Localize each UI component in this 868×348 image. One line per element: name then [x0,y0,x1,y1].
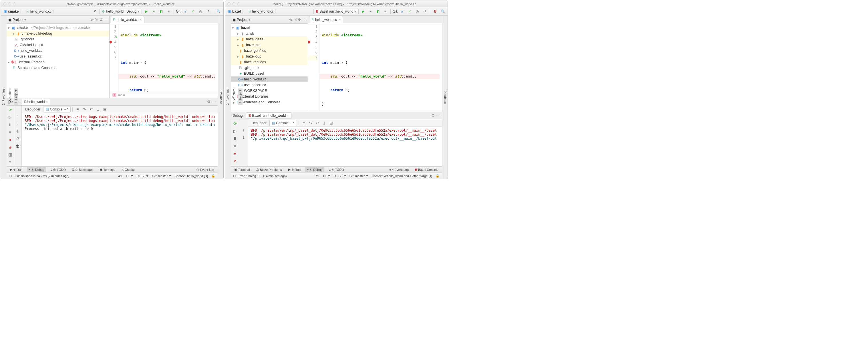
editor-tab[interactable]: ⎘ hello_world.cc × [111,16,145,23]
stop-icon[interactable]: ■ [232,143,238,149]
locate-icon[interactable]: ⊕ [289,18,292,22]
blaze-problems-tab[interactable]: ⚠ Blaze Problems [254,167,284,172]
step-over-icon[interactable]: ≡ [301,120,307,126]
export-icon[interactable]: ⤓ [14,128,21,134]
external-libs[interactable]: ▸ �⸾ External Libraries [7,59,109,65]
run-tab[interactable]: ▶ 4: Run [286,167,302,172]
run-to-cursor-icon[interactable]: ⤓ [95,106,101,113]
lock-icon[interactable]: 🔒 [436,174,440,178]
up-icon[interactable]: ↑ [14,113,21,119]
gear-icon[interactable]: ⚙ [99,18,103,22]
status-icon[interactable]: ▢ [9,174,12,178]
tree-item[interactable]: ▮bazel-testlogs [231,59,308,65]
event-log-tab[interactable]: ● 4 Event Log [388,167,410,172]
editor-tab[interactable]: ⎘ hello_world.cc × [309,16,343,23]
rail-favorites[interactable]: 2: Favorites [1,87,6,107]
coverage-button[interactable]: ◧ [158,8,164,14]
git-history-button[interactable]: ◷ [197,8,204,14]
gear-icon[interactable]: ⚙ [298,18,301,22]
tree-root[interactable]: ▾ ▣ bazel [231,25,308,31]
status-icon[interactable]: ▢ [233,174,236,178]
debug-tab[interactable]: ⌁ 5: Debug [305,167,324,172]
locate-icon[interactable]: ⊕ [91,18,94,22]
tree-item[interactable]: C++hello_world.cc [231,77,308,82]
mute-bp-icon[interactable]: ⌀ [7,144,13,150]
hide-icon[interactable]: — [302,18,306,22]
encoding[interactable]: UTF-8 ≑ [136,174,149,178]
project-header[interactable]: ▣ Project ▾ [232,18,250,22]
tree-root[interactable]: ▾ ▣ cmake ~/Projects/clwb-bugs-example/c… [7,25,109,31]
breakpoints-icon[interactable]: ● [232,150,238,156]
terminal-tab[interactable]: ▣ Terminal [232,167,252,172]
rail-project[interactable]: 1: Project [14,88,18,105]
messages-tab[interactable]: ≣ 0: Messages [70,167,95,172]
tree-item[interactable]: ▸▮bazel-bin [231,42,308,48]
run-config-selector[interactable]: B Bazel run :hello_world ▾ [313,8,359,14]
git-branch[interactable]: Git: master ≑ [152,174,171,178]
close-icon[interactable]: × [46,100,48,104]
pin-icon[interactable]: » [7,159,13,165]
git-history-button[interactable]: ◷ [414,8,421,14]
tree-item[interactable]: ▮bazel-genfiles [231,48,308,54]
tree-item[interactable]: C++hello_world.cc [7,48,109,54]
git-revert-button[interactable]: ↺ [422,8,428,14]
current-symbol[interactable]: main [118,93,125,97]
rail-favorites[interactable]: 2: Favorites [225,87,230,107]
rail-project[interactable]: 1: Project [238,88,243,105]
tree-item[interactable]: ▸▮bazel-out [231,54,308,59]
rail-structure[interactable]: 7: Structure [231,87,236,107]
close-icon[interactable]: × [338,18,340,22]
stop-button[interactable]: ■ [382,8,389,14]
git-revert-button[interactable]: ↺ [205,8,211,14]
step-out-icon[interactable]: ↶ [88,106,94,113]
breakpoint-icon[interactable] [110,41,112,44]
close-dot[interactable] [227,2,230,5]
right-tool-rail[interactable]: Database [218,16,223,179]
search-button[interactable]: 🔍 [440,8,446,14]
hide-icon[interactable]: — [436,113,440,118]
todo-tab[interactable]: ≡ 6: TODO [49,167,67,172]
pause-icon[interactable]: ⏸ [7,122,13,128]
run-tab[interactable]: ▶ 4: Run [8,167,24,172]
rerun-icon[interactable]: ⟳ [7,107,13,113]
editor-gutter[interactable]: 1 2 3▶ 4 5 6 7 [110,23,118,92]
step-into-icon[interactable]: ↷ [307,120,314,126]
rail-structure[interactable]: 7: Structure [7,87,12,107]
eval-icon[interactable]: ⊞ [328,120,334,126]
gear-icon[interactable]: ⚙ [431,113,435,118]
breadcrumb-file[interactable]: ⎘ hello_world.cc 〉 [26,8,57,14]
line-ending[interactable]: LF ≑ [323,174,330,178]
console-tab[interactable]: ▤ Console →* [270,120,297,126]
close-icon[interactable]: × [140,18,142,22]
breakpoint-icon[interactable] [308,41,310,44]
print-icon[interactable]: ⎙ [14,135,21,142]
git-update-button[interactable]: ↙ [183,8,189,14]
breadcrumb-root[interactable]: ▣ bazel 〉 [227,8,247,14]
todo-tab[interactable]: ≡ 6: TODO [327,167,346,172]
resume-icon[interactable]: ▷ [232,128,238,134]
git-commit-button[interactable]: ✓ [190,8,196,14]
code-area[interactable]: #include <iostream> int main() { std::co… [118,23,218,92]
export-icon[interactable]: ⤓ [241,134,247,141]
minimize-dot[interactable] [8,2,11,5]
step-into-icon[interactable]: ↷ [81,106,88,113]
zoom-dot[interactable] [237,2,240,5]
project-header[interactable]: ▣ Project ▾ [8,18,26,22]
tree-item[interactable]: ▸▮cmake-build-debug [7,31,109,36]
collapse-icon[interactable]: ⇲ [95,18,98,22]
console-output[interactable]: BFD: /Users/dwtj/Projects/clwb-bugs-exam… [22,113,218,166]
gear-icon[interactable]: ⚙ [207,99,211,104]
search-button[interactable]: 🔍 [215,8,222,14]
debug-button[interactable]: ⌁ [367,8,373,14]
debug-tab[interactable]: ⌁ 5: Debug [27,167,46,172]
caret-pos[interactable]: 4:1 [118,174,122,178]
tree-item[interactable]: C++use_assert.cc [231,82,308,88]
pause-icon[interactable]: ⏸ [232,135,238,142]
encoding[interactable]: UTF-8 ≑ [334,174,346,178]
console-output[interactable]: BFD: /private/var/tmp/_bazel_dwtj/0e9653… [248,127,442,166]
cmake-tab[interactable]: △ CMake [120,167,136,172]
bazel-console-tab[interactable]: B Bazel Console [413,167,440,172]
tree-item[interactable]: ✦BUILD.bazel [231,71,308,77]
debugger-tab[interactable]: Debugger [23,107,42,112]
hide-icon[interactable]: — [212,99,216,104]
